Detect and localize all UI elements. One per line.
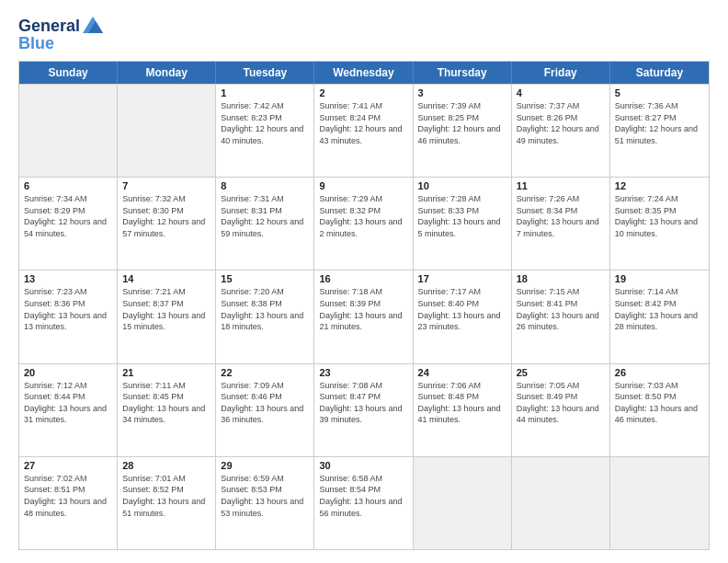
- sunrise-text: Sunrise: 7:42 AM: [221, 100, 309, 112]
- calendar-cell: [118, 85, 216, 177]
- calendar-cell: 12Sunrise: 7:24 AMSunset: 8:35 PMDayligh…: [610, 178, 709, 270]
- day-number: 4: [517, 87, 605, 98]
- calendar-header: SundayMondayTuesdayWednesdayThursdayFrid…: [19, 62, 709, 84]
- calendar-cell: 16Sunrise: 7:18 AMSunset: 8:39 PMDayligh…: [314, 270, 413, 362]
- day-number: 22: [221, 367, 309, 378]
- sunset-text: Sunset: 8:23 PM: [221, 112, 309, 124]
- weekday-header: Saturday: [610, 62, 709, 84]
- calendar-cell: 4Sunrise: 7:37 AMSunset: 8:26 PMDaylight…: [512, 85, 610, 177]
- calendar-cell: 14Sunrise: 7:21 AMSunset: 8:37 PMDayligh…: [118, 270, 216, 362]
- daylight-text: Daylight: 13 hours and 21 minutes.: [319, 310, 407, 333]
- calendar-cell: 28Sunrise: 7:01 AMSunset: 8:52 PMDayligh…: [118, 457, 216, 549]
- calendar-row: 6Sunrise: 7:34 AMSunset: 8:29 PMDaylight…: [19, 177, 709, 270]
- daylight-text: Daylight: 12 hours and 40 minutes.: [221, 123, 309, 146]
- calendar-cell: 22Sunrise: 7:09 AMSunset: 8:46 PMDayligh…: [216, 364, 314, 456]
- calendar-cell: 27Sunrise: 7:02 AMSunset: 8:51 PMDayligh…: [19, 457, 118, 549]
- sunrise-text: Sunrise: 7:03 AM: [615, 380, 704, 392]
- calendar-cell: 8Sunrise: 7:31 AMSunset: 8:31 PMDaylight…: [216, 178, 314, 270]
- sunrise-text: Sunrise: 7:09 AM: [221, 380, 309, 392]
- sunrise-text: Sunrise: 7:23 AM: [24, 286, 112, 298]
- sunrise-text: Sunrise: 7:39 AM: [418, 100, 506, 112]
- calendar-cell: [414, 457, 512, 549]
- calendar-row: 1Sunrise: 7:42 AMSunset: 8:23 PMDaylight…: [19, 84, 709, 177]
- calendar-row: 27Sunrise: 7:02 AMSunset: 8:51 PMDayligh…: [19, 456, 709, 549]
- sunset-text: Sunset: 8:37 PM: [122, 298, 210, 310]
- daylight-text: Daylight: 13 hours and 5 minutes.: [418, 216, 506, 239]
- sunrise-text: Sunrise: 7:14 AM: [615, 286, 704, 298]
- sunset-text: Sunset: 8:30 PM: [122, 205, 210, 217]
- sunrise-text: Sunrise: 7:41 AM: [319, 100, 407, 112]
- calendar-cell: 5Sunrise: 7:36 AMSunset: 8:27 PMDaylight…: [610, 85, 709, 177]
- day-number: 10: [418, 180, 506, 191]
- sunset-text: Sunset: 8:42 PM: [615, 298, 704, 310]
- day-number: 11: [517, 180, 605, 191]
- daylight-text: Daylight: 13 hours and 2 minutes.: [319, 216, 407, 239]
- sunrise-text: Sunrise: 7:05 AM: [517, 380, 605, 392]
- daylight-text: Daylight: 13 hours and 36 minutes.: [221, 403, 309, 426]
- daylight-text: Daylight: 13 hours and 28 minutes.: [615, 310, 704, 333]
- day-number: 9: [319, 180, 407, 191]
- calendar-cell: 11Sunrise: 7:26 AMSunset: 8:34 PMDayligh…: [512, 178, 610, 270]
- daylight-text: Daylight: 13 hours and 26 minutes.: [517, 310, 605, 333]
- day-number: 30: [319, 460, 407, 471]
- sunrise-text: Sunrise: 7:26 AM: [517, 193, 605, 205]
- daylight-text: Daylight: 13 hours and 13 minutes.: [24, 310, 112, 333]
- sunset-text: Sunset: 8:51 PM: [24, 484, 112, 496]
- day-number: 14: [122, 273, 210, 284]
- weekday-header: Sunday: [19, 62, 118, 84]
- day-number: 25: [517, 367, 605, 378]
- daylight-text: Daylight: 12 hours and 49 minutes.: [517, 123, 605, 146]
- sunset-text: Sunset: 8:50 PM: [615, 391, 704, 403]
- day-number: 7: [122, 180, 210, 191]
- daylight-text: Daylight: 13 hours and 23 minutes.: [418, 310, 506, 333]
- sunrise-text: Sunrise: 6:59 AM: [221, 473, 309, 485]
- sunset-text: Sunset: 8:39 PM: [319, 298, 407, 310]
- day-number: 12: [615, 180, 704, 191]
- sunset-text: Sunset: 8:35 PM: [615, 205, 704, 217]
- day-number: 6: [24, 180, 112, 191]
- calendar-cell: [610, 457, 709, 549]
- sunset-text: Sunset: 8:31 PM: [221, 205, 309, 217]
- sunset-text: Sunset: 8:54 PM: [319, 484, 407, 496]
- daylight-text: Daylight: 13 hours and 53 minutes.: [221, 496, 309, 519]
- sunset-text: Sunset: 8:34 PM: [517, 205, 605, 217]
- sunrise-text: Sunrise: 7:12 AM: [24, 380, 112, 392]
- daylight-text: Daylight: 13 hours and 7 minutes.: [517, 216, 605, 239]
- day-number: 15: [221, 273, 309, 284]
- sunrise-text: Sunrise: 7:15 AM: [517, 286, 605, 298]
- sunset-text: Sunset: 8:49 PM: [517, 391, 605, 403]
- calendar-cell: 24Sunrise: 7:06 AMSunset: 8:48 PMDayligh…: [414, 364, 512, 456]
- weekday-header: Friday: [512, 62, 610, 84]
- sunrise-text: Sunrise: 7:37 AM: [517, 100, 605, 112]
- calendar-cell: 3Sunrise: 7:39 AMSunset: 8:25 PMDaylight…: [414, 85, 512, 177]
- sunset-text: Sunset: 8:53 PM: [221, 484, 309, 496]
- calendar-cell: 29Sunrise: 6:59 AMSunset: 8:53 PMDayligh…: [216, 457, 314, 549]
- sunrise-text: Sunrise: 7:31 AM: [221, 193, 309, 205]
- calendar-cell: 9Sunrise: 7:29 AMSunset: 8:32 PMDaylight…: [314, 178, 413, 270]
- sunrise-text: Sunrise: 7:36 AM: [615, 100, 704, 112]
- logo-blue-text: Blue: [18, 35, 103, 52]
- sunset-text: Sunset: 8:47 PM: [319, 391, 407, 403]
- weekday-header: Thursday: [414, 62, 512, 84]
- day-number: 5: [615, 87, 704, 98]
- day-number: 24: [418, 367, 506, 378]
- sunset-text: Sunset: 8:25 PM: [418, 112, 506, 124]
- daylight-text: Daylight: 12 hours and 43 minutes.: [319, 123, 407, 146]
- sunrise-text: Sunrise: 7:34 AM: [24, 193, 112, 205]
- day-number: 26: [615, 367, 704, 378]
- sunset-text: Sunset: 8:24 PM: [319, 112, 407, 124]
- sunset-text: Sunset: 8:36 PM: [24, 298, 112, 310]
- calendar-cell: 7Sunrise: 7:32 AMSunset: 8:30 PMDaylight…: [118, 178, 216, 270]
- day-number: 17: [418, 273, 506, 284]
- calendar-row: 20Sunrise: 7:12 AMSunset: 8:44 PMDayligh…: [19, 363, 709, 456]
- sunset-text: Sunset: 8:45 PM: [122, 391, 210, 403]
- header: General Blue: [18, 17, 710, 52]
- calendar-cell: 25Sunrise: 7:05 AMSunset: 8:49 PMDayligh…: [512, 364, 610, 456]
- sunset-text: Sunset: 8:48 PM: [418, 391, 506, 403]
- daylight-text: Daylight: 13 hours and 56 minutes.: [319, 496, 407, 519]
- calendar-cell: 19Sunrise: 7:14 AMSunset: 8:42 PMDayligh…: [610, 270, 709, 362]
- calendar-cell: 10Sunrise: 7:28 AMSunset: 8:33 PMDayligh…: [414, 178, 512, 270]
- day-number: 20: [24, 367, 112, 378]
- calendar-body: 1Sunrise: 7:42 AMSunset: 8:23 PMDaylight…: [19, 84, 709, 549]
- day-number: 23: [319, 367, 407, 378]
